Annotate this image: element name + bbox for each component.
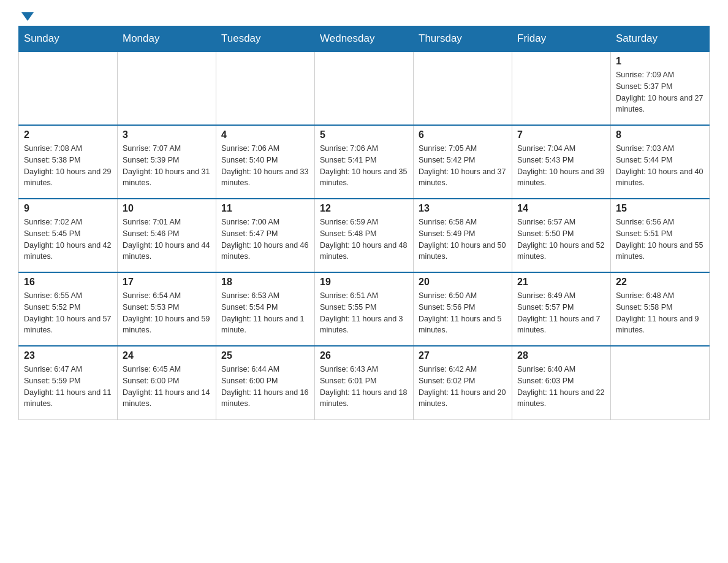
calendar-day-cell	[512, 52, 611, 125]
calendar-day-cell: 23Sunrise: 6:47 AM Sunset: 5:59 PM Dayli…	[19, 346, 118, 419]
calendar-day-cell: 13Sunrise: 6:58 AM Sunset: 5:49 PM Dayli…	[414, 199, 512, 272]
day-info: Sunrise: 6:56 AM Sunset: 5:51 PM Dayligh…	[616, 216, 704, 262]
calendar-day-cell: 10Sunrise: 7:01 AM Sunset: 5:46 PM Dayli…	[118, 199, 216, 272]
day-number: 23	[24, 350, 112, 361]
day-number: 13	[419, 203, 507, 214]
day-number: 27	[419, 350, 507, 361]
calendar-week-row: 1Sunrise: 7:09 AM Sunset: 5:37 PM Daylig…	[19, 52, 710, 125]
calendar-day-cell: 22Sunrise: 6:48 AM Sunset: 5:58 PM Dayli…	[611, 272, 710, 346]
day-info: Sunrise: 7:03 AM Sunset: 5:44 PM Dayligh…	[616, 143, 704, 189]
day-info: Sunrise: 6:48 AM Sunset: 5:58 PM Dayligh…	[616, 290, 704, 336]
day-number: 1	[616, 56, 704, 67]
day-info: Sunrise: 7:00 AM Sunset: 5:47 PM Dayligh…	[221, 216, 309, 262]
calendar-day-cell: 24Sunrise: 6:45 AM Sunset: 6:00 PM Dayli…	[118, 346, 216, 419]
day-info: Sunrise: 7:02 AM Sunset: 5:45 PM Dayligh…	[24, 216, 112, 262]
day-info: Sunrise: 6:42 AM Sunset: 6:02 PM Dayligh…	[419, 364, 507, 410]
day-number: 26	[320, 350, 408, 361]
calendar-day-cell: 11Sunrise: 7:00 AM Sunset: 5:47 PM Dayli…	[216, 199, 315, 272]
calendar-day-cell: 18Sunrise: 6:53 AM Sunset: 5:54 PM Dayli…	[216, 272, 315, 346]
day-of-week-header: Saturday	[611, 26, 710, 52]
day-of-week-header: Thursday	[414, 26, 512, 52]
day-info: Sunrise: 6:40 AM Sunset: 6:03 PM Dayligh…	[517, 364, 605, 410]
day-info: Sunrise: 7:09 AM Sunset: 5:37 PM Dayligh…	[616, 69, 704, 115]
calendar-header-row: SundayMondayTuesdayWednesdayThursdayFrid…	[19, 26, 710, 52]
calendar-day-cell: 9Sunrise: 7:02 AM Sunset: 5:45 PM Daylig…	[19, 199, 118, 272]
day-info: Sunrise: 6:54 AM Sunset: 5:53 PM Dayligh…	[123, 290, 211, 336]
calendar-day-cell: 20Sunrise: 6:50 AM Sunset: 5:56 PM Dayli…	[414, 272, 512, 346]
calendar-day-cell: 21Sunrise: 6:49 AM Sunset: 5:57 PM Dayli…	[512, 272, 611, 346]
calendar-day-cell: 28Sunrise: 6:40 AM Sunset: 6:03 PM Dayli…	[512, 346, 611, 419]
day-info: Sunrise: 7:05 AM Sunset: 5:42 PM Dayligh…	[419, 143, 507, 189]
day-info: Sunrise: 6:57 AM Sunset: 5:50 PM Dayligh…	[517, 216, 605, 262]
day-info: Sunrise: 6:43 AM Sunset: 6:01 PM Dayligh…	[320, 364, 408, 410]
day-number: 6	[419, 129, 507, 140]
day-number: 8	[616, 129, 704, 140]
logo	[18, 12, 34, 20]
day-number: 18	[221, 277, 309, 288]
day-number: 3	[123, 129, 211, 140]
calendar-day-cell	[118, 52, 216, 125]
day-of-week-header: Tuesday	[216, 26, 315, 52]
day-number: 24	[123, 350, 211, 361]
day-of-week-header: Wednesday	[315, 26, 414, 52]
day-info: Sunrise: 6:53 AM Sunset: 5:54 PM Dayligh…	[221, 290, 309, 336]
calendar-day-cell	[19, 52, 118, 125]
calendar-day-cell	[315, 52, 414, 125]
day-number: 12	[320, 203, 408, 214]
day-info: Sunrise: 6:55 AM Sunset: 5:52 PM Dayligh…	[24, 290, 112, 336]
calendar-day-cell: 15Sunrise: 6:56 AM Sunset: 5:51 PM Dayli…	[611, 199, 710, 272]
calendar-day-cell: 8Sunrise: 7:03 AM Sunset: 5:44 PM Daylig…	[611, 125, 710, 199]
logo-arrow-icon	[21, 12, 34, 21]
day-of-week-header: Sunday	[19, 26, 118, 52]
page-header	[18, 12, 710, 20]
day-number: 25	[221, 350, 309, 361]
day-of-week-header: Friday	[512, 26, 611, 52]
day-info: Sunrise: 6:51 AM Sunset: 5:55 PM Dayligh…	[320, 290, 408, 336]
calendar-day-cell: 27Sunrise: 6:42 AM Sunset: 6:02 PM Dayli…	[414, 346, 512, 419]
day-info: Sunrise: 7:01 AM Sunset: 5:46 PM Dayligh…	[123, 216, 211, 262]
day-number: 4	[221, 129, 309, 140]
day-info: Sunrise: 6:44 AM Sunset: 6:00 PM Dayligh…	[221, 364, 309, 410]
calendar-day-cell: 7Sunrise: 7:04 AM Sunset: 5:43 PM Daylig…	[512, 125, 611, 199]
calendar-day-cell: 4Sunrise: 7:06 AM Sunset: 5:40 PM Daylig…	[216, 125, 315, 199]
day-of-week-header: Monday	[118, 26, 216, 52]
calendar-day-cell: 6Sunrise: 7:05 AM Sunset: 5:42 PM Daylig…	[414, 125, 512, 199]
calendar-day-cell	[611, 346, 710, 419]
day-info: Sunrise: 7:06 AM Sunset: 5:40 PM Dayligh…	[221, 143, 309, 189]
day-info: Sunrise: 7:06 AM Sunset: 5:41 PM Dayligh…	[320, 143, 408, 189]
day-number: 11	[221, 203, 309, 214]
day-number: 10	[123, 203, 211, 214]
day-number: 19	[320, 277, 408, 288]
calendar-day-cell: 2Sunrise: 7:08 AM Sunset: 5:38 PM Daylig…	[19, 125, 118, 199]
day-info: Sunrise: 7:07 AM Sunset: 5:39 PM Dayligh…	[123, 143, 211, 189]
day-info: Sunrise: 6:50 AM Sunset: 5:56 PM Dayligh…	[419, 290, 507, 336]
day-info: Sunrise: 6:59 AM Sunset: 5:48 PM Dayligh…	[320, 216, 408, 262]
calendar-day-cell: 26Sunrise: 6:43 AM Sunset: 6:01 PM Dayli…	[315, 346, 414, 419]
calendar-table: SundayMondayTuesdayWednesdayThursdayFrid…	[18, 26, 710, 420]
calendar-week-row: 23Sunrise: 6:47 AM Sunset: 5:59 PM Dayli…	[19, 346, 710, 419]
day-number: 2	[24, 129, 112, 140]
calendar-day-cell: 14Sunrise: 6:57 AM Sunset: 5:50 PM Dayli…	[512, 199, 611, 272]
day-number: 9	[24, 203, 112, 214]
calendar-week-row: 2Sunrise: 7:08 AM Sunset: 5:38 PM Daylig…	[19, 125, 710, 199]
calendar-day-cell: 19Sunrise: 6:51 AM Sunset: 5:55 PM Dayli…	[315, 272, 414, 346]
day-number: 17	[123, 277, 211, 288]
day-number: 16	[24, 277, 112, 288]
day-info: Sunrise: 6:49 AM Sunset: 5:57 PM Dayligh…	[517, 290, 605, 336]
calendar-day-cell	[216, 52, 315, 125]
calendar-day-cell: 16Sunrise: 6:55 AM Sunset: 5:52 PM Dayli…	[19, 272, 118, 346]
calendar-day-cell	[414, 52, 512, 125]
calendar-day-cell: 3Sunrise: 7:07 AM Sunset: 5:39 PM Daylig…	[118, 125, 216, 199]
calendar-week-row: 16Sunrise: 6:55 AM Sunset: 5:52 PM Dayli…	[19, 272, 710, 346]
day-info: Sunrise: 7:04 AM Sunset: 5:43 PM Dayligh…	[517, 143, 605, 189]
day-info: Sunrise: 6:45 AM Sunset: 6:00 PM Dayligh…	[123, 364, 211, 410]
day-info: Sunrise: 6:58 AM Sunset: 5:49 PM Dayligh…	[419, 216, 507, 262]
calendar-week-row: 9Sunrise: 7:02 AM Sunset: 5:45 PM Daylig…	[19, 199, 710, 272]
calendar-day-cell: 25Sunrise: 6:44 AM Sunset: 6:00 PM Dayli…	[216, 346, 315, 419]
calendar-day-cell: 1Sunrise: 7:09 AM Sunset: 5:37 PM Daylig…	[611, 52, 710, 125]
day-info: Sunrise: 7:08 AM Sunset: 5:38 PM Dayligh…	[24, 143, 112, 189]
day-number: 14	[517, 203, 605, 214]
calendar-day-cell: 5Sunrise: 7:06 AM Sunset: 5:41 PM Daylig…	[315, 125, 414, 199]
calendar-day-cell: 17Sunrise: 6:54 AM Sunset: 5:53 PM Dayli…	[118, 272, 216, 346]
day-number: 21	[517, 277, 605, 288]
